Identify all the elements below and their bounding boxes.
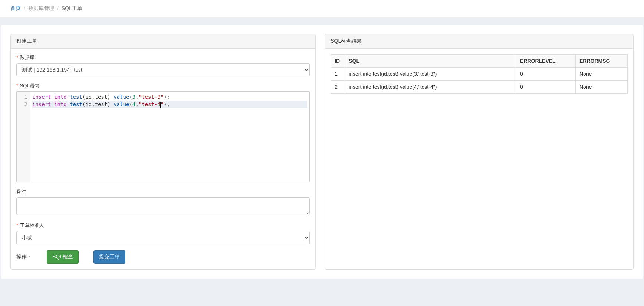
- table-header-row: ID SQL ERRORLEVEL ERRORMSG: [331, 55, 628, 68]
- cell-errorlevel: 0: [516, 68, 576, 81]
- create-ticket-title: 创建工单: [11, 34, 315, 49]
- remark-label: 备注: [16, 188, 310, 195]
- code-gutter: 1 2: [17, 92, 30, 182]
- sql-label: * SQL语句: [16, 82, 310, 89]
- db-label-text: 数据库: [20, 55, 34, 60]
- approver-label: * 工单核准人: [16, 222, 310, 229]
- cell-errorlevel: 0: [516, 81, 576, 94]
- actions-label: 操作：: [16, 254, 32, 260]
- db-field-group: * 数据库 测试 | 192.168.1.194 | test: [16, 54, 310, 76]
- col-errorlevel: ERRORLEVEL: [516, 55, 576, 68]
- cell-id: 1: [331, 68, 345, 81]
- submit-ticket-button[interactable]: 提交工单: [93, 250, 125, 264]
- approver-select[interactable]: 小贰: [16, 231, 310, 244]
- cell-errormsg: None: [576, 68, 628, 81]
- sql-label-text: SQL语句: [20, 83, 39, 88]
- breadcrumb-sep: /: [57, 6, 59, 12]
- col-errormsg: ERRORMSG: [576, 55, 628, 68]
- table-row: 1 insert into test(id,test) value(3,"tes…: [331, 68, 628, 81]
- breadcrumb: 首页 / 数据库管理 / SQL工单: [10, 5, 634, 12]
- sql-code-editor[interactable]: 1 2 insert into test(id,test) value(3,"t…: [16, 91, 310, 182]
- cell-errormsg: None: [576, 81, 628, 94]
- remark-field-group: 备注: [16, 188, 310, 216]
- breadcrumb-bar: 首页 / 数据库管理 / SQL工单: [0, 0, 644, 17]
- code-lines[interactable]: insert into test(id,test) value(3,"test-…: [30, 92, 309, 182]
- create-ticket-panel: 创建工单 * 数据库 测试 | 192.168.1.194 | test * S…: [10, 34, 316, 270]
- line-number: 2: [17, 101, 27, 108]
- line-number: 1: [17, 93, 27, 101]
- approver-field-group: * 工单核准人 小贰: [16, 222, 310, 244]
- db-label: * 数据库: [16, 54, 310, 61]
- content: 创建工单 * 数据库 测试 | 192.168.1.194 | test * S…: [1, 25, 643, 279]
- result-table: ID SQL ERRORLEVEL ERRORMSG 1 insert into…: [331, 54, 628, 94]
- cell-sql: insert into test(id,test) value(4,"test-…: [345, 81, 516, 94]
- code-line-1[interactable]: insert into test(id,test) value(3,"test-…: [32, 93, 307, 101]
- sql-check-button[interactable]: SQL检查: [47, 250, 79, 264]
- remark-textarea[interactable]: [16, 197, 310, 215]
- db-select[interactable]: 测试 | 192.168.1.194 | test: [16, 63, 310, 76]
- table-row: 2 insert into test(id,test) value(4,"tes…: [331, 81, 628, 94]
- col-id: ID: [331, 55, 345, 68]
- cell-sql: insert into test(id,test) value(3,"test-…: [345, 68, 516, 81]
- breadcrumb-db-mgmt: 数据库管理: [28, 5, 54, 12]
- code-line-2[interactable]: insert into test(id,test) value(4,"test-…: [32, 101, 307, 108]
- breadcrumb-home[interactable]: 首页: [10, 5, 21, 12]
- breadcrumb-sep: /: [24, 6, 25, 12]
- check-result-title: SQL检查结果: [325, 34, 633, 49]
- create-ticket-body: * 数据库 测试 | 192.168.1.194 | test * SQL语句 …: [11, 49, 315, 269]
- col-sql: SQL: [345, 55, 516, 68]
- actions-row: 操作： SQL检查 提交工单: [16, 250, 310, 264]
- approver-label-text: 工单核准人: [20, 222, 44, 228]
- cell-id: 2: [331, 81, 345, 94]
- breadcrumb-current: SQL工单: [62, 5, 82, 12]
- sql-field-group: * SQL语句 1 2 insert into test(id,test) va…: [16, 82, 310, 182]
- check-result-body: ID SQL ERRORLEVEL ERRORMSG 1 insert into…: [325, 49, 633, 99]
- check-result-panel: SQL检查结果 ID SQL ERRORLEVEL ERRORMSG 1 ins…: [325, 34, 634, 270]
